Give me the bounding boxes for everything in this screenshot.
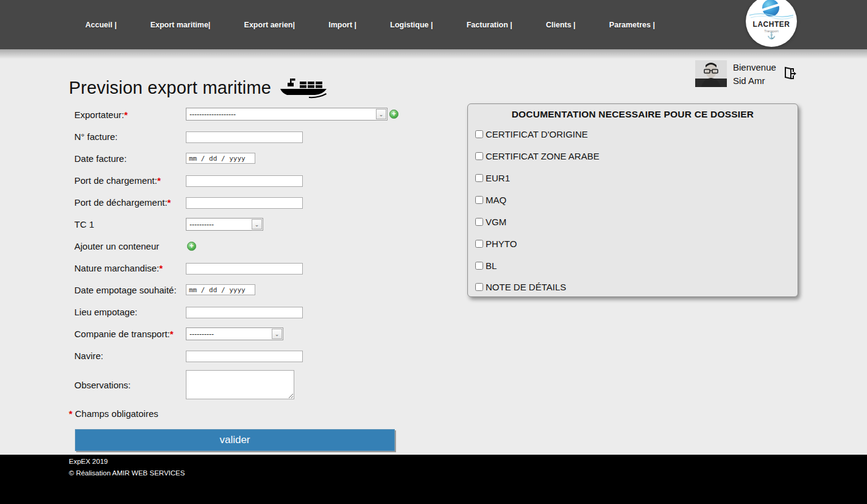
nav-item-parametres[interactable]: Parametres | xyxy=(609,21,655,29)
doc-item-bl: BL xyxy=(475,261,497,271)
label-navire: Navire: xyxy=(74,351,104,361)
logout-icon[interactable] xyxy=(782,66,797,80)
nav-item-export-aerien[interactable]: Export aerien| xyxy=(244,21,295,29)
chevron-down-icon[interactable]: ⌄ xyxy=(376,109,386,119)
doc-item-eur1: EUR1 xyxy=(475,173,510,183)
logo-name: LACHTER xyxy=(746,20,797,29)
num-facture-input[interactable] xyxy=(186,131,303,143)
navire-input[interactable] xyxy=(186,351,303,362)
nav-item-facturation[interactable]: Facturation | xyxy=(467,21,512,29)
companie-transport-select[interactable]: ---------- ⌄ xyxy=(186,327,283,340)
label-date-facture: Date facture: xyxy=(74,153,127,164)
nav-item-export-maritime[interactable]: Export maritime| xyxy=(150,21,211,29)
port-dechargement-input[interactable] xyxy=(186,197,303,209)
label-port-chargement: Port de chargement:* xyxy=(74,175,161,186)
label-ajouter-conteneur: Ajouter un conteneur xyxy=(74,241,159,251)
observations-textarea[interactable] xyxy=(186,370,294,399)
label-num-facture: N° facture: xyxy=(74,131,118,142)
lieu-empotage-input[interactable] xyxy=(186,307,303,318)
exportateur-select[interactable]: ------------------- ⌄ xyxy=(186,108,387,121)
required-marker: * xyxy=(170,329,174,339)
page-title: Prevision export maritime xyxy=(69,78,271,98)
footer: ExpEX 2019 © Réalisation AMIR WEB SERVIC… xyxy=(0,455,867,504)
chevron-down-icon[interactable]: ⌄ xyxy=(252,219,262,229)
required-marker: * xyxy=(168,197,171,208)
doc-item-phyto: PHYTO xyxy=(475,239,517,249)
user-avatar xyxy=(695,60,727,87)
footer-app-version: ExpEX 2019 xyxy=(69,458,108,465)
label-exportateur: Exportateur:* xyxy=(74,110,128,120)
waves-icon xyxy=(748,12,794,20)
add-conteneur-button[interactable]: + xyxy=(187,242,196,251)
note-details-checkbox[interactable] xyxy=(475,283,483,291)
doc-item-certificat-zone-arabe: CERTIFICAT ZONE ARABE xyxy=(475,151,600,161)
label-companie-transport: Companie de transport:* xyxy=(74,329,174,339)
eur1-checkbox[interactable] xyxy=(475,174,483,182)
nav-menu: Accueil | Export maritime| Export aerien… xyxy=(85,0,655,49)
bl-checkbox[interactable] xyxy=(475,262,483,270)
username-text: Sid Amr xyxy=(733,74,776,87)
vgm-checkbox[interactable] xyxy=(475,218,483,226)
certificat-origine-checkbox[interactable] xyxy=(475,130,483,138)
add-exportateur-button[interactable]: + xyxy=(389,110,398,119)
documentation-panel: DOCUMENTATION NECESSAIRE POUR CE DOSSIER… xyxy=(467,103,798,297)
required-marker: * xyxy=(157,175,161,186)
top-navbar: Accueil | Export maritime| Export aerien… xyxy=(0,0,867,49)
anchor-icon: ⚓ xyxy=(746,32,797,40)
label-date-empotage: Date empotage souhaité: xyxy=(74,285,177,295)
tc1-select[interactable]: ---------- ⌄ xyxy=(186,218,263,231)
port-chargement-input[interactable] xyxy=(186,175,303,187)
welcome-block: Bienvenue Sid Amr xyxy=(695,60,776,87)
doc-item-certificat-origine: CERTIFICAT D'ORIGINE xyxy=(475,129,588,139)
nav-item-import[interactable]: Import | xyxy=(328,21,356,29)
documentation-title: DOCUMENTATION NECESSAIRE POUR CE DOSSIER xyxy=(468,109,798,120)
phyto-checkbox[interactable] xyxy=(475,240,483,248)
label-lieu-empotage: Lieu empotage: xyxy=(74,307,137,317)
label-tc1: TC 1 xyxy=(74,219,94,229)
nav-item-logistique[interactable]: Logistique | xyxy=(390,21,433,29)
doc-item-note-details: NOTE DE DÉTAILS xyxy=(475,282,566,292)
label-nature-marchandise: Nature marchandise:* xyxy=(74,263,163,273)
doc-item-maq: MAQ xyxy=(475,195,506,205)
label-port-dechargement: Port de déchargement:* xyxy=(74,197,171,208)
navbar-shadow xyxy=(0,49,867,59)
chevron-down-icon[interactable]: ⌄ xyxy=(272,329,282,339)
date-facture-input[interactable]: mm / dd / yyyy xyxy=(186,153,255,164)
label-observations: Observations: xyxy=(74,380,131,390)
certificat-zone-arabe-checkbox[interactable] xyxy=(475,152,483,160)
nature-marchandise-input[interactable] xyxy=(186,263,303,275)
footer-copyright: © Réalisation AMIR WEB SERVICES xyxy=(69,469,185,477)
nav-item-clients[interactable]: Clients | xyxy=(546,21,576,29)
cargo-ship-icon xyxy=(280,78,327,101)
required-marker: * xyxy=(124,110,128,120)
valider-button[interactable]: valider xyxy=(75,429,395,451)
required-fields-note: * Champs obligatoires xyxy=(69,408,158,419)
doc-item-vgm: VGM xyxy=(475,217,506,227)
maq-checkbox[interactable] xyxy=(475,196,483,204)
required-marker: * xyxy=(159,263,163,273)
nav-item-accueil[interactable]: Accueil | xyxy=(85,21,116,29)
date-empotage-input[interactable]: mm / dd / yyyy xyxy=(186,284,255,295)
welcome-text: Bienvenue xyxy=(733,60,776,74)
